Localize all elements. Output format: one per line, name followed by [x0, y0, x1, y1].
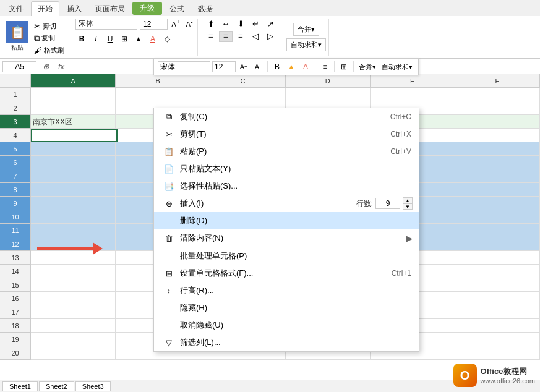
cell[interactable] [455, 142, 540, 156]
row-number[interactable]: 11 [0, 224, 31, 237]
row-number[interactable]: 20 [0, 346, 31, 360]
row-number[interactable]: 3 [0, 115, 31, 129]
cell[interactable] [31, 333, 116, 346]
cell[interactable] [200, 88, 285, 101]
context-menu-cut[interactable]: ✂ 剪切(T) Ctrl+X [154, 126, 419, 143]
clear-format-button[interactable]: ◇ [161, 33, 173, 45]
row-number[interactable]: 16 [0, 292, 31, 305]
cell[interactable] [31, 156, 116, 169]
align-bottom-button[interactable]: ⬇ [234, 19, 247, 30]
row-number[interactable]: 17 [0, 305, 31, 319]
context-menu-format-cells[interactable]: ⊞ 设置单元格格式(F)... Ctrl+1 [154, 265, 419, 282]
cell[interactable] [455, 265, 540, 278]
indent-increase-button[interactable]: ▷ [264, 31, 277, 42]
col-header-d[interactable]: D [286, 74, 371, 87]
mini-size-input[interactable] [212, 61, 236, 72]
font-size-increase[interactable]: A+ [170, 19, 181, 30]
col-header-b[interactable]: B [116, 74, 200, 87]
context-menu-paste-text[interactable]: 📄 只粘贴文本(Y) [154, 160, 419, 177]
col-header-a[interactable]: A [31, 74, 116, 87]
row-number[interactable]: 14 [0, 265, 31, 278]
merge-button[interactable]: 合并▾ [293, 23, 319, 36]
cell[interactable] [286, 88, 371, 101]
cell[interactable] [31, 197, 116, 210]
cell[interactable] [455, 224, 540, 237]
align-right-button[interactable]: ≡ [234, 31, 247, 42]
mini-bold-button[interactable]: B [271, 61, 283, 73]
cell[interactable] [31, 101, 116, 115]
cut-button[interactable]: ✂ 剪切 [32, 21, 66, 32]
spin-up-button[interactable]: ▲ [403, 197, 413, 203]
text-rotate-button[interactable]: ↗ [264, 19, 277, 30]
cell[interactable] [371, 88, 455, 101]
row-number[interactable]: 4 [0, 129, 31, 142]
text-wrap-button[interactable]: ↵ [249, 19, 262, 30]
context-menu-insert[interactable]: ⊕ 插入(I) 行数: ▲ ▼ [154, 195, 419, 212]
cell[interactable] [455, 333, 540, 346]
context-menu-copy[interactable]: ⧉ 复制(C) Ctrl+C [154, 108, 419, 126]
context-menu-batch[interactable]: 批量处理单元格(P) [154, 247, 419, 265]
row-number[interactable]: 6 [0, 156, 31, 169]
tab-formula[interactable]: 公式 [163, 2, 191, 16]
mini-align-button[interactable]: ≡ [319, 61, 331, 73]
cell[interactable] [31, 278, 116, 292]
cell[interactable] [31, 305, 116, 319]
cell[interactable] [455, 251, 540, 265]
context-menu-unhide[interactable]: 取消隐藏(U) [154, 317, 419, 334]
context-menu-delete[interactable]: 删除(D) [154, 212, 419, 229]
cell[interactable] [455, 183, 540, 197]
paste-button[interactable]: 📋 [6, 21, 28, 43]
cell[interactable] [31, 224, 116, 237]
bold-button[interactable]: B [75, 33, 88, 45]
align-left-button[interactable]: ≡ [204, 31, 218, 42]
tab-insert[interactable]: 插入 [61, 2, 88, 16]
col-header-f[interactable]: F [455, 74, 540, 87]
cell[interactable] [455, 156, 540, 169]
indent-decrease-button[interactable]: ◁ [249, 31, 262, 42]
col-header-e[interactable]: E [371, 74, 455, 87]
row-count-input[interactable] [375, 198, 400, 209]
row-number[interactable]: 8 [0, 183, 31, 197]
cell[interactable] [455, 305, 540, 319]
format-brush-button[interactable]: 🖌 格式刷 [32, 45, 66, 56]
cell[interactable] [455, 210, 540, 224]
italic-button[interactable]: I [90, 33, 102, 45]
cell-a3[interactable]: 南京市XX区 [31, 115, 116, 129]
cell[interactable] [455, 346, 540, 360]
col-header-c[interactable]: C [200, 74, 285, 87]
row-number[interactable]: 5 [0, 142, 31, 156]
row-number[interactable]: 13 [0, 251, 31, 265]
context-menu-clear[interactable]: 🗑 清除内容(N) ▶ [154, 229, 419, 247]
cell-reference-input[interactable] [2, 61, 36, 72]
context-menu-selective-paste[interactable]: 📑 选择性粘贴(S)... [154, 177, 419, 195]
font-size-input[interactable] [140, 19, 168, 30]
fill-color-button[interactable]: ▲ [132, 33, 145, 45]
cell[interactable] [31, 88, 116, 101]
cell[interactable] [31, 346, 116, 360]
tab-upgrade[interactable]: 升级 [132, 2, 162, 15]
cell[interactable] [455, 292, 540, 305]
row-number[interactable]: 7 [0, 169, 31, 183]
row-number[interactable]: 9 [0, 197, 31, 210]
align-center-button[interactable]: ≡ [219, 31, 233, 42]
mini-font-color-button[interactable]: A [299, 61, 312, 73]
tab-file[interactable]: 文件 [2, 2, 30, 16]
cell[interactable] [455, 237, 540, 251]
row-number[interactable]: 18 [0, 319, 31, 333]
mini-merge-button[interactable]: 合并▾ [357, 61, 378, 73]
cell[interactable] [31, 319, 116, 333]
mini-size-up-button[interactable]: A+ [238, 61, 250, 73]
row-number[interactable]: 12 [0, 237, 31, 251]
cell[interactable] [455, 197, 540, 210]
font-name-input[interactable] [75, 19, 137, 30]
sheet-tab-sheet1[interactable]: Sheet1 [2, 381, 38, 391]
tab-page-layout[interactable]: 页面布局 [89, 2, 131, 16]
context-menu-hide[interactable]: 隐藏(H) [154, 299, 419, 317]
row-number[interactable]: 2 [0, 101, 31, 115]
context-menu-filter[interactable]: ▽ 筛选列(L)... [154, 334, 419, 351]
cell-a4[interactable] [31, 129, 118, 142]
cell[interactable] [455, 319, 540, 333]
context-menu-row-height[interactable]: ↕ 行高(R)... [154, 282, 419, 299]
cell[interactable] [31, 292, 116, 305]
cell[interactable] [116, 88, 200, 101]
